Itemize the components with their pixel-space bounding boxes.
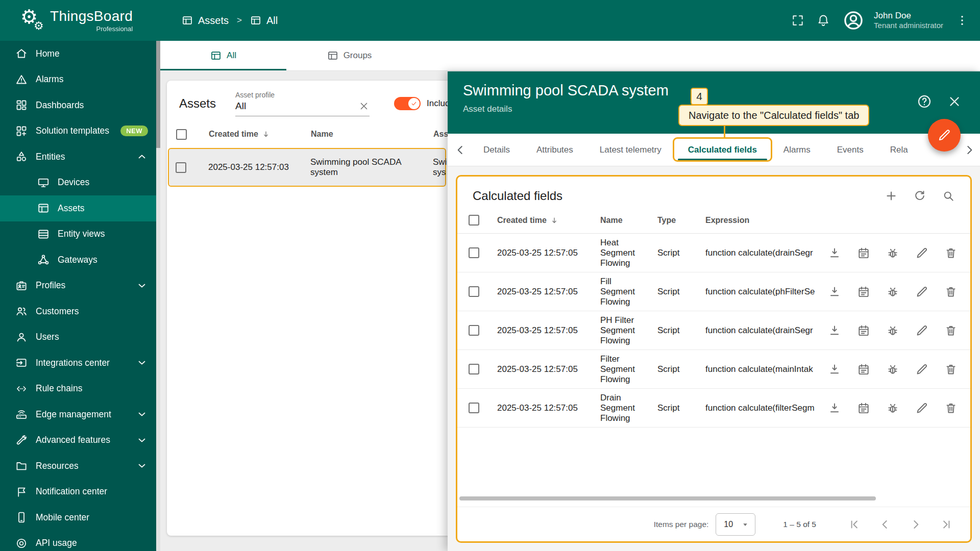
sidebar-item-integrations-center[interactable]: Integrations center — [0, 350, 156, 376]
fullscreen-icon[interactable] — [791, 14, 804, 27]
sidebar-item-api-usage[interactable]: API usage — [0, 531, 156, 551]
tab-alarms[interactable]: Alarms — [770, 134, 824, 166]
column-created-time[interactable]: Created time — [209, 130, 311, 139]
delete-icon[interactable] — [944, 324, 958, 337]
delete-icon[interactable] — [944, 285, 958, 298]
close-icon[interactable] — [947, 94, 962, 109]
next-page-icon[interactable] — [909, 518, 922, 531]
sidebar-item-users[interactable]: Users — [0, 324, 156, 350]
tab-latest-telemetry[interactable]: Latest telemetry — [586, 134, 675, 166]
clear-filter-icon[interactable] — [358, 101, 370, 112]
sidebar-item-entity-views[interactable]: Entity views — [0, 221, 156, 247]
breadcrumb-all[interactable]: All — [250, 15, 278, 27]
asset-profile-filter[interactable]: Asset profile All — [235, 91, 370, 116]
tab-calculated-fields[interactable]: Calculated fields — [675, 134, 770, 166]
toggle-track[interactable] — [394, 97, 421, 110]
include-toggle[interactable]: Includ — [394, 97, 450, 110]
help-icon[interactable] — [917, 94, 932, 109]
tab-events[interactable]: Events — [824, 134, 877, 166]
row-checkbox[interactable] — [176, 162, 186, 173]
row-checkbox[interactable] — [469, 286, 479, 297]
notifications-bell-icon[interactable] — [817, 14, 830, 27]
sidebar-scrollbar[interactable] — [156, 41, 160, 551]
edit-icon[interactable] — [915, 402, 928, 415]
horizontal-scrollbar[interactable] — [459, 496, 876, 500]
debug-icon[interactable] — [886, 324, 899, 337]
export-icon[interactable] — [828, 363, 841, 376]
debug-icon[interactable] — [886, 363, 899, 376]
prev-page-icon[interactable] — [878, 518, 892, 531]
select-all-checkbox[interactable] — [469, 215, 479, 226]
sidebar-item-devices[interactable]: Devices — [0, 170, 156, 196]
sidebar-item-home[interactable]: Home — [0, 41, 156, 67]
avatar[interactable] — [842, 9, 865, 32]
sidebar-item-rule-chains[interactable]: Rule chains — [0, 376, 156, 402]
debug-icon[interactable] — [886, 285, 899, 298]
sidebar-item-solution-templates[interactable]: Solution templates NEW — [0, 118, 156, 144]
events-icon[interactable] — [857, 402, 870, 415]
tab-details[interactable]: Details — [470, 134, 523, 166]
sidebar-item-resources[interactable]: Resources — [0, 453, 156, 479]
export-icon[interactable] — [828, 402, 841, 415]
delete-icon[interactable] — [944, 246, 958, 260]
delete-icon[interactable] — [944, 363, 958, 376]
sidebar-scrollbar-thumb[interactable] — [156, 41, 160, 148]
add-calculated-field-icon[interactable] — [885, 189, 898, 203]
sidebar-item-advanced-features[interactable]: Advanced features — [0, 428, 156, 454]
refresh-icon[interactable] — [913, 189, 926, 203]
tab-relations[interactable]: Rela — [877, 134, 921, 166]
delete-icon[interactable] — [944, 402, 958, 415]
column-expression[interactable]: Expression — [705, 216, 820, 225]
calculated-field-row[interactable]: 2025-03-25 12:57:05 Drain Segment Flowin… — [457, 389, 970, 428]
row-checkbox[interactable] — [469, 325, 479, 336]
column-created-time[interactable]: Created time — [497, 216, 600, 225]
edit-fab[interactable] — [928, 119, 961, 152]
sidebar-item-entities[interactable]: Entities — [0, 144, 156, 170]
calculated-field-row[interactable]: 2025-03-25 12:57:05 Filter Segment Flowi… — [457, 350, 970, 389]
column-type[interactable]: Type — [657, 216, 705, 225]
column-name[interactable]: Name — [600, 216, 657, 225]
tabs-scroll-left-icon[interactable] — [454, 143, 467, 157]
edit-icon[interactable] — [915, 363, 928, 376]
edit-icon[interactable] — [915, 324, 928, 337]
last-page-icon[interactable] — [940, 518, 953, 531]
tabs-scroll-right-icon[interactable] — [963, 143, 976, 157]
sidebar-item-gateways[interactable]: Gateways — [0, 247, 156, 273]
asset-row[interactable]: 2025-03-25 12:57:03 Swimming pool SCADA … — [168, 148, 446, 187]
edit-icon[interactable] — [915, 285, 928, 298]
sidebar-item-mobile-center[interactable]: Mobile center — [0, 505, 156, 531]
first-page-icon[interactable] — [848, 518, 861, 531]
tab-all[interactable]: All — [160, 41, 286, 70]
calculated-field-row[interactable]: 2025-03-25 12:57:05 Fill Segment Flowing… — [457, 272, 970, 311]
events-icon[interactable] — [857, 246, 870, 260]
items-per-page-select[interactable]: 10 — [716, 513, 755, 536]
more-menu-icon[interactable] — [955, 14, 969, 27]
export-icon[interactable] — [828, 285, 841, 298]
sidebar-item-alarms[interactable]: Alarms — [0, 67, 156, 93]
row-checkbox[interactable] — [469, 364, 479, 374]
export-icon[interactable] — [828, 246, 841, 260]
debug-icon[interactable] — [886, 402, 899, 415]
tab-groups[interactable]: Groups — [286, 41, 412, 70]
export-icon[interactable] — [828, 324, 841, 337]
tab-attributes[interactable]: Attributes — [523, 134, 586, 166]
search-icon[interactable] — [942, 189, 955, 203]
events-icon[interactable] — [857, 324, 870, 337]
sidebar-item-assets[interactable]: Assets — [0, 195, 156, 221]
row-checkbox[interactable] — [469, 403, 479, 413]
sidebar-item-profiles[interactable]: Profiles — [0, 273, 156, 299]
sidebar-item-customers[interactable]: Customers — [0, 298, 156, 324]
edit-icon[interactable] — [915, 246, 928, 260]
sidebar-item-dashboards[interactable]: Dashboards — [0, 92, 156, 118]
select-all-checkbox[interactable] — [176, 129, 187, 140]
thingsboard-logo[interactable]: ⚙ ⚙ ThingsBoard Professional — [0, 6, 160, 35]
sidebar-item-notification-center[interactable]: Notification center — [0, 479, 156, 505]
sidebar-item-edge-management[interactable]: Edge management — [0, 402, 156, 428]
breadcrumb-assets[interactable]: Assets — [182, 15, 229, 27]
calculated-field-row[interactable]: 2025-03-25 12:57:05 PH Filter Segment Fl… — [457, 311, 970, 350]
column-name[interactable]: Name — [311, 130, 433, 139]
debug-icon[interactable] — [886, 246, 899, 260]
row-checkbox[interactable] — [469, 247, 479, 258]
calculated-field-row[interactable]: 2025-03-25 12:57:05 Heat Segment Flowing… — [457, 234, 970, 272]
events-icon[interactable] — [857, 285, 870, 298]
